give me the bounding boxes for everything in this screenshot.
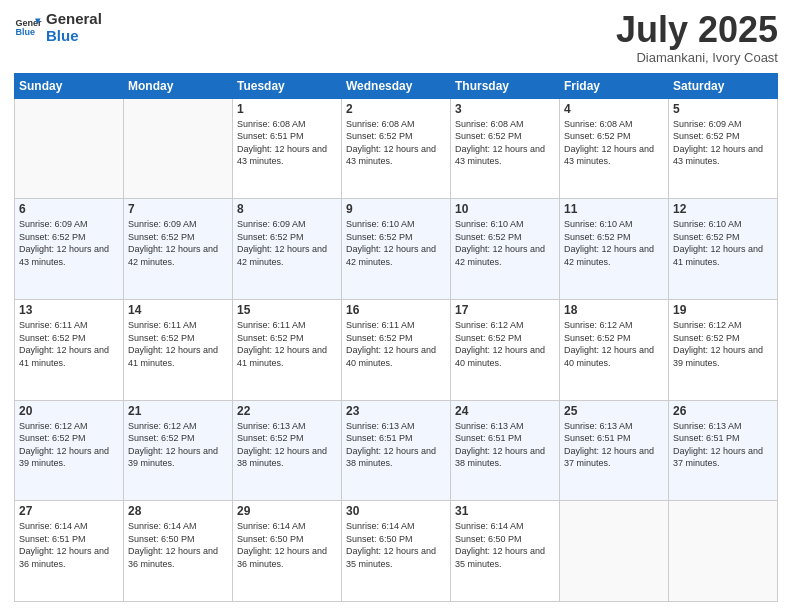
weekday-header: Thursday [451, 73, 560, 98]
weekday-header: Sunday [15, 73, 124, 98]
day-number: 20 [19, 404, 119, 418]
calendar-cell: 10Sunrise: 6:10 AMSunset: 6:52 PMDayligh… [451, 199, 560, 300]
weekday-header-row: SundayMondayTuesdayWednesdayThursdayFrid… [15, 73, 778, 98]
calendar-cell: 27Sunrise: 6:14 AMSunset: 6:51 PMDayligh… [15, 501, 124, 602]
weekday-header: Friday [560, 73, 669, 98]
day-info: Sunrise: 6:11 AMSunset: 6:52 PMDaylight:… [237, 319, 337, 369]
calendar-cell: 21Sunrise: 6:12 AMSunset: 6:52 PMDayligh… [124, 400, 233, 501]
day-info: Sunrise: 6:10 AMSunset: 6:52 PMDaylight:… [455, 218, 555, 268]
day-number: 30 [346, 504, 446, 518]
day-info: Sunrise: 6:13 AMSunset: 6:51 PMDaylight:… [455, 420, 555, 470]
day-info: Sunrise: 6:09 AMSunset: 6:52 PMDaylight:… [237, 218, 337, 268]
day-info: Sunrise: 6:12 AMSunset: 6:52 PMDaylight:… [19, 420, 119, 470]
calendar-cell: 7Sunrise: 6:09 AMSunset: 6:52 PMDaylight… [124, 199, 233, 300]
day-info: Sunrise: 6:13 AMSunset: 6:52 PMDaylight:… [237, 420, 337, 470]
calendar-cell: 25Sunrise: 6:13 AMSunset: 6:51 PMDayligh… [560, 400, 669, 501]
day-number: 6 [19, 202, 119, 216]
day-number: 25 [564, 404, 664, 418]
day-number: 23 [346, 404, 446, 418]
day-info: Sunrise: 6:09 AMSunset: 6:52 PMDaylight:… [673, 118, 773, 168]
logo-blue: Blue [46, 27, 102, 44]
day-info: Sunrise: 6:14 AMSunset: 6:51 PMDaylight:… [19, 520, 119, 570]
day-number: 18 [564, 303, 664, 317]
calendar-cell: 23Sunrise: 6:13 AMSunset: 6:51 PMDayligh… [342, 400, 451, 501]
day-info: Sunrise: 6:10 AMSunset: 6:52 PMDaylight:… [564, 218, 664, 268]
calendar-cell: 8Sunrise: 6:09 AMSunset: 6:52 PMDaylight… [233, 199, 342, 300]
day-info: Sunrise: 6:11 AMSunset: 6:52 PMDaylight:… [346, 319, 446, 369]
calendar-cell [669, 501, 778, 602]
calendar-cell: 22Sunrise: 6:13 AMSunset: 6:52 PMDayligh… [233, 400, 342, 501]
day-info: Sunrise: 6:10 AMSunset: 6:52 PMDaylight:… [673, 218, 773, 268]
day-info: Sunrise: 6:14 AMSunset: 6:50 PMDaylight:… [237, 520, 337, 570]
page-header: General Blue General Blue July 2025 Diam… [14, 10, 778, 65]
day-info: Sunrise: 6:12 AMSunset: 6:52 PMDaylight:… [564, 319, 664, 369]
calendar-cell: 19Sunrise: 6:12 AMSunset: 6:52 PMDayligh… [669, 299, 778, 400]
calendar-cell [124, 98, 233, 199]
calendar-cell: 30Sunrise: 6:14 AMSunset: 6:50 PMDayligh… [342, 501, 451, 602]
calendar-cell: 5Sunrise: 6:09 AMSunset: 6:52 PMDaylight… [669, 98, 778, 199]
day-number: 22 [237, 404, 337, 418]
calendar-cell: 13Sunrise: 6:11 AMSunset: 6:52 PMDayligh… [15, 299, 124, 400]
day-info: Sunrise: 6:13 AMSunset: 6:51 PMDaylight:… [673, 420, 773, 470]
day-info: Sunrise: 6:14 AMSunset: 6:50 PMDaylight:… [128, 520, 228, 570]
logo: General Blue General Blue [14, 10, 102, 45]
day-info: Sunrise: 6:09 AMSunset: 6:52 PMDaylight:… [128, 218, 228, 268]
calendar-week-row: 1Sunrise: 6:08 AMSunset: 6:51 PMDaylight… [15, 98, 778, 199]
calendar-cell: 6Sunrise: 6:09 AMSunset: 6:52 PMDaylight… [15, 199, 124, 300]
calendar-cell: 26Sunrise: 6:13 AMSunset: 6:51 PMDayligh… [669, 400, 778, 501]
day-number: 19 [673, 303, 773, 317]
weekday-header: Tuesday [233, 73, 342, 98]
calendar-cell: 1Sunrise: 6:08 AMSunset: 6:51 PMDaylight… [233, 98, 342, 199]
location-subtitle: Diamankani, Ivory Coast [616, 50, 778, 65]
title-block: July 2025 Diamankani, Ivory Coast [616, 10, 778, 65]
day-number: 29 [237, 504, 337, 518]
day-info: Sunrise: 6:10 AMSunset: 6:52 PMDaylight:… [346, 218, 446, 268]
calendar-cell: 3Sunrise: 6:08 AMSunset: 6:52 PMDaylight… [451, 98, 560, 199]
calendar-cell [560, 501, 669, 602]
day-info: Sunrise: 6:08 AMSunset: 6:52 PMDaylight:… [564, 118, 664, 168]
day-number: 1 [237, 102, 337, 116]
calendar-week-row: 13Sunrise: 6:11 AMSunset: 6:52 PMDayligh… [15, 299, 778, 400]
day-number: 16 [346, 303, 446, 317]
day-number: 14 [128, 303, 228, 317]
logo-icon: General Blue [14, 13, 42, 41]
day-number: 15 [237, 303, 337, 317]
logo-general: General [46, 10, 102, 27]
calendar-cell: 29Sunrise: 6:14 AMSunset: 6:50 PMDayligh… [233, 501, 342, 602]
day-number: 21 [128, 404, 228, 418]
day-number: 13 [19, 303, 119, 317]
calendar-week-row: 20Sunrise: 6:12 AMSunset: 6:52 PMDayligh… [15, 400, 778, 501]
day-info: Sunrise: 6:12 AMSunset: 6:52 PMDaylight:… [455, 319, 555, 369]
day-number: 12 [673, 202, 773, 216]
day-number: 2 [346, 102, 446, 116]
day-info: Sunrise: 6:12 AMSunset: 6:52 PMDaylight:… [128, 420, 228, 470]
weekday-header: Wednesday [342, 73, 451, 98]
day-number: 31 [455, 504, 555, 518]
calendar-cell: 14Sunrise: 6:11 AMSunset: 6:52 PMDayligh… [124, 299, 233, 400]
calendar-cell: 20Sunrise: 6:12 AMSunset: 6:52 PMDayligh… [15, 400, 124, 501]
svg-text:Blue: Blue [15, 28, 35, 38]
calendar-cell: 11Sunrise: 6:10 AMSunset: 6:52 PMDayligh… [560, 199, 669, 300]
calendar-cell: 28Sunrise: 6:14 AMSunset: 6:50 PMDayligh… [124, 501, 233, 602]
calendar-cell: 15Sunrise: 6:11 AMSunset: 6:52 PMDayligh… [233, 299, 342, 400]
day-number: 11 [564, 202, 664, 216]
day-number: 27 [19, 504, 119, 518]
day-number: 28 [128, 504, 228, 518]
day-number: 17 [455, 303, 555, 317]
calendar-week-row: 6Sunrise: 6:09 AMSunset: 6:52 PMDaylight… [15, 199, 778, 300]
day-info: Sunrise: 6:14 AMSunset: 6:50 PMDaylight:… [346, 520, 446, 570]
day-number: 10 [455, 202, 555, 216]
day-info: Sunrise: 6:08 AMSunset: 6:51 PMDaylight:… [237, 118, 337, 168]
day-info: Sunrise: 6:13 AMSunset: 6:51 PMDaylight:… [346, 420, 446, 470]
day-info: Sunrise: 6:08 AMSunset: 6:52 PMDaylight:… [346, 118, 446, 168]
day-number: 3 [455, 102, 555, 116]
day-info: Sunrise: 6:11 AMSunset: 6:52 PMDaylight:… [19, 319, 119, 369]
weekday-header: Saturday [669, 73, 778, 98]
day-info: Sunrise: 6:14 AMSunset: 6:50 PMDaylight:… [455, 520, 555, 570]
calendar-table: SundayMondayTuesdayWednesdayThursdayFrid… [14, 73, 778, 602]
calendar-cell: 24Sunrise: 6:13 AMSunset: 6:51 PMDayligh… [451, 400, 560, 501]
day-number: 7 [128, 202, 228, 216]
calendar-cell: 16Sunrise: 6:11 AMSunset: 6:52 PMDayligh… [342, 299, 451, 400]
month-title: July 2025 [616, 10, 778, 50]
calendar-cell: 12Sunrise: 6:10 AMSunset: 6:52 PMDayligh… [669, 199, 778, 300]
